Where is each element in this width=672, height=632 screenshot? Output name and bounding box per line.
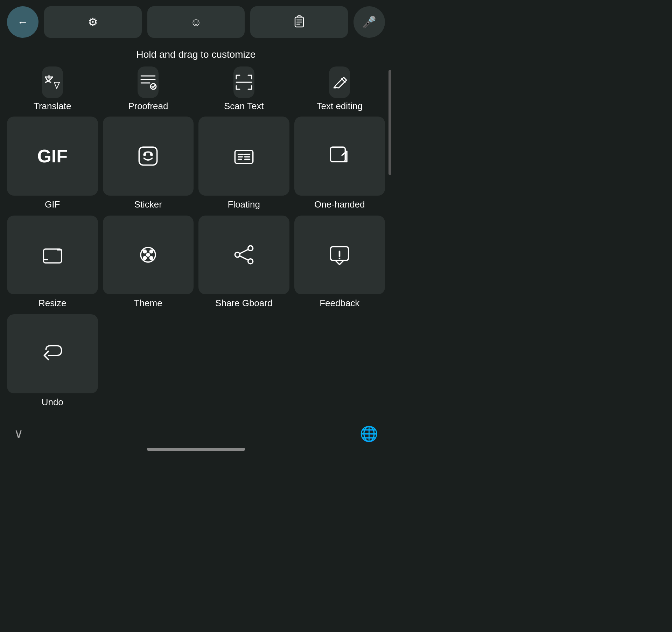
floating-icon-box: [198, 117, 289, 196]
settings-icon: ⚙: [88, 15, 98, 29]
clipboard-button[interactable]: [250, 6, 348, 38]
emoji-icon: ☺: [190, 16, 202, 29]
svg-point-33: [339, 258, 341, 260]
proofread-icon: [138, 72, 159, 93]
mic-button[interactable]: 🎤: [354, 6, 385, 38]
one-handed-icon-box: [294, 117, 385, 196]
svg-rect-19: [43, 249, 61, 263]
language-button[interactable]: 🌐: [360, 425, 378, 442]
grid-item-proofread[interactable]: Proofread: [103, 66, 194, 114]
theme-label: Theme: [134, 298, 162, 309]
feedback-label: Feedback: [320, 298, 359, 309]
settings-button[interactable]: ⚙: [44, 6, 142, 38]
scan-text-icon-box: [233, 66, 254, 98]
home-indicator: [147, 448, 245, 451]
svg-rect-8: [139, 147, 157, 165]
feedback-icon-box: [294, 216, 385, 295]
share-icon: [232, 243, 256, 267]
mic-icon: 🎤: [362, 15, 376, 29]
sticker-icon-box: [103, 117, 194, 196]
grid-item-text-editing[interactable]: Text editing: [294, 66, 385, 114]
translate-label: Translate: [34, 101, 71, 114]
gif-icon-box: GIF: [7, 117, 98, 196]
gif-label: GIF: [45, 199, 60, 210]
resize-label: Resize: [38, 298, 66, 309]
svg-point-9: [144, 154, 146, 155]
resize-icon: [40, 243, 65, 267]
share-gboard-icon-box: [198, 216, 289, 295]
text-editing-icon-box: [329, 66, 350, 98]
svg-point-28: [248, 259, 253, 264]
proofread-label: Proofread: [128, 101, 168, 114]
scan-text-label: Scan Text: [224, 101, 264, 114]
row-1: GIF GIF Sticker: [0, 117, 392, 210]
grid-item-translate[interactable]: Translate: [7, 66, 98, 114]
translate-icon: [42, 72, 63, 93]
grid-item-floating[interactable]: Floating: [198, 117, 289, 210]
svg-point-25: [146, 253, 150, 257]
scrollbar[interactable]: [388, 0, 392, 451]
undo-icon: [40, 342, 65, 366]
one-handed-icon: [327, 144, 352, 168]
theme-icon-box: [103, 216, 194, 295]
top-bar: ← ⚙ ☺ 🎤: [0, 0, 392, 44]
svg-point-27: [235, 252, 240, 257]
share-gboard-label: Share Gboard: [215, 298, 272, 309]
sticker-label: Sticker: [134, 199, 162, 210]
row-3: Undo: [0, 314, 392, 408]
one-handed-label: One-handed: [314, 199, 365, 210]
floating-label: Floating: [228, 199, 260, 210]
collapse-button[interactable]: ∨: [14, 426, 23, 441]
back-button[interactable]: ←: [7, 6, 38, 38]
hint-text: Hold and drag to customize: [0, 44, 392, 66]
svg-line-6: [342, 79, 345, 82]
grid-item-undo[interactable]: Undo: [7, 314, 98, 408]
row-2: Resize Theme: [0, 216, 392, 309]
grid-item-one-handed[interactable]: One-handed: [294, 117, 385, 210]
theme-icon: [136, 243, 160, 267]
sticker-icon: [136, 144, 160, 168]
resize-icon-box: [7, 216, 98, 295]
grid-item-resize[interactable]: Resize: [7, 216, 98, 309]
svg-point-21: [143, 250, 147, 254]
floating-icon: [232, 144, 256, 168]
grid-item-share-gboard[interactable]: Share Gboard: [198, 216, 289, 309]
text-editing-icon: [329, 72, 350, 93]
grid-item-gif[interactable]: GIF GIF: [7, 117, 98, 210]
grid-item-feedback[interactable]: Feedback: [294, 216, 385, 309]
text-editing-label: Text editing: [316, 101, 363, 114]
partial-row: Translate Proofread: [0, 66, 392, 114]
emoji-button[interactable]: ☺: [147, 6, 245, 38]
svg-point-24: [149, 256, 154, 260]
scan-text-icon: [233, 72, 254, 93]
clipboard-icon: [292, 14, 306, 30]
undo-label: Undo: [42, 397, 63, 408]
svg-line-30: [240, 256, 248, 260]
feedback-icon: [327, 243, 352, 267]
svg-point-22: [149, 250, 154, 254]
undo-icon-box: [7, 314, 98, 393]
grid-item-scan-text[interactable]: Scan Text: [198, 66, 289, 114]
grid-item-sticker[interactable]: Sticker: [103, 117, 194, 210]
svg-line-29: [240, 250, 248, 254]
svg-point-26: [248, 246, 253, 251]
gif-icon: GIF: [37, 146, 68, 167]
back-icon: ←: [17, 16, 28, 29]
svg-point-10: [150, 154, 152, 155]
bottom-bar: ∨ 🌐: [0, 415, 392, 448]
translate-icon-box: [42, 66, 63, 98]
grid-item-theme[interactable]: Theme: [103, 216, 194, 309]
svg-point-23: [143, 256, 147, 260]
scrollbar-thumb: [388, 70, 391, 175]
proofread-icon-box: [138, 66, 159, 98]
